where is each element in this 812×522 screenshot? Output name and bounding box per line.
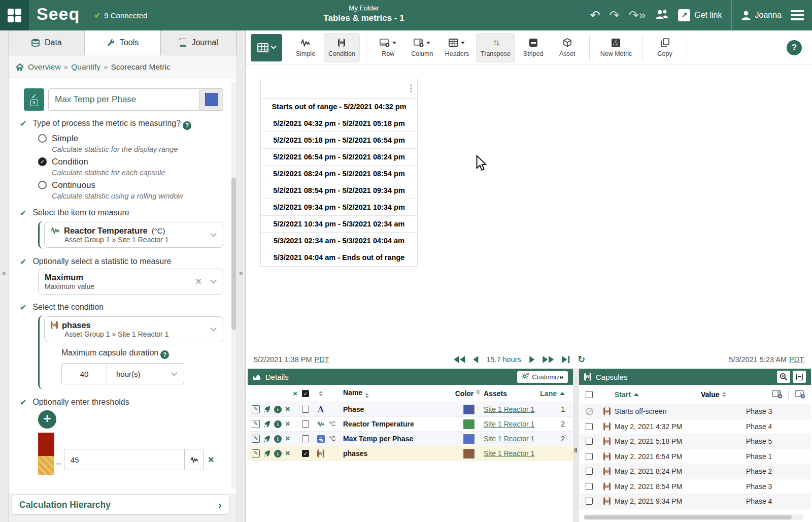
folder-breadcrumb-link[interactable]: My Folder [349,4,379,12]
edit-icon[interactable]: ✎ [252,449,260,458]
rocket-icon[interactable] [263,406,270,413]
expand-left-panel-handle[interactable]: » [0,30,9,522]
remove-icon[interactable]: × [285,420,290,428]
radio-circle[interactable] [38,134,47,143]
metric-name-input[interactable] [48,88,200,111]
form-scrollbar[interactable] [231,81,236,490]
tab-tools[interactable]: Tools [85,30,161,55]
metric-color-button[interactable] [200,88,223,111]
info-icon[interactable]: i [274,406,282,413]
rocket-icon[interactable] [263,435,270,442]
table-view-dropdown-button[interactable] [251,34,282,61]
toolbar-column-button[interactable]: Column [407,33,438,62]
clear-icon[interactable]: × [195,276,201,287]
tab-journal[interactable]: Journal [160,30,236,55]
customize-button[interactable]: Customize [517,371,568,383]
step-forward-full-icon[interactable] [543,356,554,363]
connection-status[interactable]: ✔ 9 Connected [94,10,147,21]
undo-icon[interactable]: ↶ [590,9,600,21]
timezone-link[interactable]: PDT [314,355,329,364]
rocket-icon[interactable] [263,450,270,457]
users-icon[interactable] [655,9,669,21]
sort-name-icon[interactable] [365,393,369,398]
asset-link[interactable]: Site 1 Reactor 1 [484,405,534,413]
statistic-dropdown[interactable]: Maximum Maximum value × [38,269,223,295]
help-icon[interactable]: ? [183,121,191,130]
column-menu-icon[interactable] [410,84,412,86]
horizontal-scrollbar[interactable] [583,514,804,520]
rocket-icon[interactable] [263,420,270,428]
info-icon[interactable]: i [274,435,282,443]
column-header-value[interactable]: Value [701,390,766,399]
color-swatch[interactable] [463,419,475,429]
add-property-column-button[interactable] [766,390,788,399]
item-to-measure-dropdown[interactable]: Reactor Temperature (°C) Asset Group 1 »… [44,222,223,248]
breadcrumb-quantify[interactable]: Quantify [71,62,100,72]
remove-icon[interactable]: × [285,405,290,413]
help-icon[interactable]: ? [787,40,802,55]
asset-link[interactable]: Site 1 Reactor 1 [484,420,534,428]
edit-icon[interactable]: ✎ [252,435,260,443]
scrollbar-thumb[interactable] [584,515,792,519]
row-checkbox[interactable]: ✓ [302,450,309,457]
column-header-start[interactable]: Start [615,390,701,399]
help-icon[interactable]: ? [160,350,169,359]
select-all-checkbox[interactable]: ✓ [302,390,309,397]
remove-icon[interactable]: × [285,449,290,458]
user-menu[interactable]: Joanna [741,10,782,20]
sort-type-icon[interactable] [319,391,323,396]
asset-link[interactable]: Site 1 Reactor 1 [484,449,534,458]
breadcrumb-overview[interactable]: Overview [28,62,61,72]
threshold-value-input[interactable] [64,449,185,470]
threshold-signal-button[interactable] [185,449,204,470]
radio-circle[interactable] [38,181,47,189]
row-checkbox[interactable] [302,406,309,413]
calculation-hierarchy-bar[interactable]: Calculation Hierarchy › [12,495,229,515]
column-header-name[interactable]: Name [343,388,454,398]
redo-icon[interactable]: ↷ [610,9,620,21]
seeq-logo[interactable]: Seeq [37,4,80,24]
remove-threshold-icon[interactable]: × [208,454,214,466]
home-icon[interactable] [16,63,24,71]
hamburger-menu-icon[interactable] [791,10,804,20]
row-checkbox[interactable] [586,453,593,460]
toolbar-asset-button[interactable]: Asset [552,33,583,62]
step-back-full-icon[interactable] [454,356,465,363]
sort-value-icon[interactable] [722,392,726,397]
duration-value-input[interactable] [61,363,107,384]
condition-dropdown[interactable]: w phases Asset Group 1 » Site 1 Reactor … [44,316,223,342]
color-swatch[interactable] [463,449,475,459]
add-threshold-button[interactable]: + [38,410,56,429]
panel-resize-handle[interactable]: ‖ [574,446,578,454]
toolbar-headers-button[interactable]: Headers [441,33,473,62]
collapse-sidebar-handle[interactable]: « [236,30,245,522]
row-checkbox[interactable] [302,420,309,428]
radio-simple[interactable]: Simple [38,134,223,144]
app-switcher-button[interactable] [0,0,29,30]
threshold-mid-swatch[interactable] [38,456,54,475]
toolbar-transpose-button[interactable]: ↑↓ Transpose [476,33,515,62]
info-icon[interactable]: i [274,420,282,428]
get-link-button[interactable]: ↗ Get link [678,9,722,21]
color-swatch[interactable] [463,434,475,444]
row-checkbox[interactable] [586,438,593,445]
column-header-assets[interactable]: Assets [484,389,549,398]
toolbar-striped-button[interactable]: Striped [518,33,549,62]
radio-condition[interactable]: ✓ Condition [38,157,223,167]
row-checkbox[interactable] [586,483,593,490]
timezone-link[interactable]: PDT [789,355,804,364]
row-checkbox[interactable] [302,435,309,442]
column-header-color[interactable]: Color [454,389,484,398]
radio-continuous[interactable]: Continuous [38,180,223,190]
step-back-icon[interactable] [473,356,478,363]
radio-selected-icon[interactable]: ✓ [38,157,47,166]
asset-link[interactable]: Site 1 Reactor 1 [484,435,534,443]
edit-icon[interactable]: ✎ [252,405,260,413]
row-checkbox[interactable] [586,468,593,475]
zoom-to-capsule-button[interactable] [777,371,790,383]
duration-unit-select[interactable]: hour(s) [107,363,184,384]
remove-icon[interactable]: × [285,435,290,443]
toolbar-simple-button[interactable]: Simple [290,33,321,62]
threshold-high-swatch[interactable] [38,433,54,456]
row-checkbox[interactable] [586,423,593,430]
